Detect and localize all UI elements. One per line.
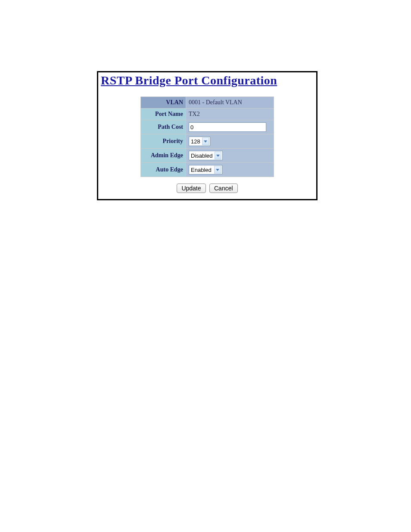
autoedge-cell: Enabled [186, 163, 274, 177]
update-button[interactable]: Update [177, 184, 206, 193]
config-panel: RSTP Bridge Port Configuration VLAN 0001… [97, 71, 318, 200]
pathcost-input[interactable] [189, 122, 266, 132]
config-table: VLAN 0001 - Default VLAN Port Name TX2 P… [140, 96, 274, 177]
portname-label: Port Name [141, 109, 186, 120]
autoedge-value: Enabled [189, 167, 214, 173]
adminedge-label: Admin Edge [141, 149, 186, 163]
vlan-label: VLAN [141, 97, 186, 109]
button-row: Update Cancel [98, 177, 316, 199]
chevron-down-icon [202, 137, 209, 145]
autoedge-dropdown[interactable]: Enabled [189, 165, 222, 174]
chevron-down-icon [215, 152, 221, 159]
row-vlan: VLAN 0001 - Default VLAN [141, 97, 274, 109]
chevron-down-icon [214, 166, 221, 174]
adminedge-cell: Disabled [186, 149, 274, 163]
row-pathcost: Path Cost [141, 120, 274, 134]
pathcost-cell [186, 120, 274, 134]
portname-value: TX2 [186, 109, 274, 120]
page-title: RSTP Bridge Port Configuration [98, 72, 316, 89]
pathcost-label: Path Cost [141, 120, 186, 134]
adminedge-dropdown[interactable]: Disabled [189, 151, 223, 160]
vlan-value: 0001 - Default VLAN [186, 97, 274, 109]
row-adminedge: Admin Edge Disabled [141, 149, 274, 163]
priority-cell: 128 [186, 134, 274, 149]
autoedge-label: Auto Edge [141, 163, 186, 177]
cancel-button[interactable]: Cancel [209, 184, 238, 193]
row-autoedge: Auto Edge Enabled [141, 163, 274, 177]
adminedge-value: Disabled [189, 152, 215, 159]
priority-value: 128 [189, 138, 202, 145]
priority-dropdown[interactable]: 128 [189, 137, 210, 146]
row-portname: Port Name TX2 [141, 109, 274, 120]
priority-label: Priority [141, 134, 186, 149]
row-priority: Priority 128 [141, 134, 274, 149]
